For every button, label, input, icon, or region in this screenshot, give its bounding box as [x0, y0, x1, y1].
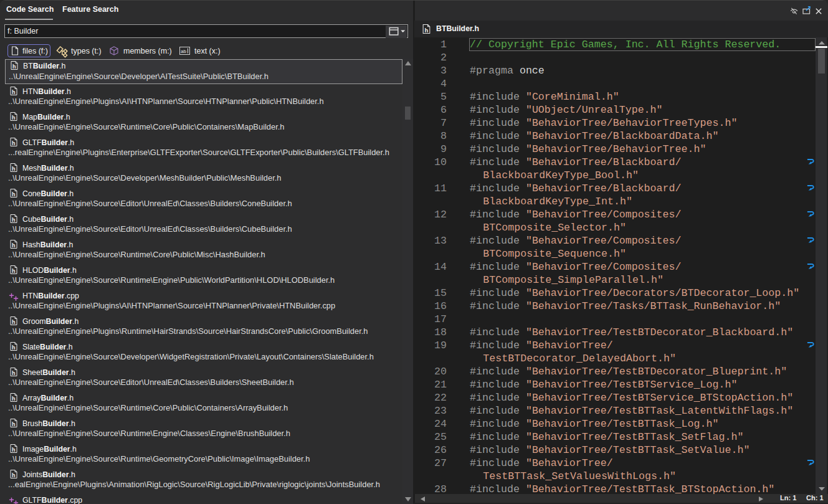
svg-text:ab: ab [181, 49, 186, 54]
